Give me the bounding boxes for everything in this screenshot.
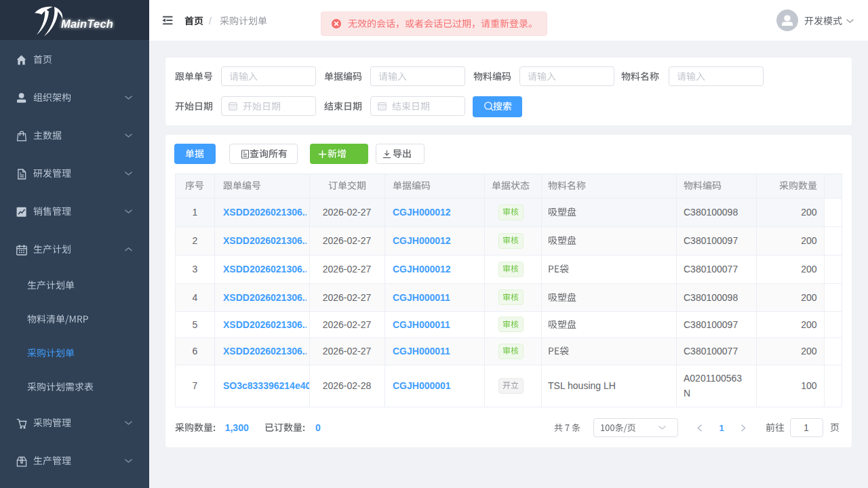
svg-text:MainTech: MainTech xyxy=(61,18,113,30)
